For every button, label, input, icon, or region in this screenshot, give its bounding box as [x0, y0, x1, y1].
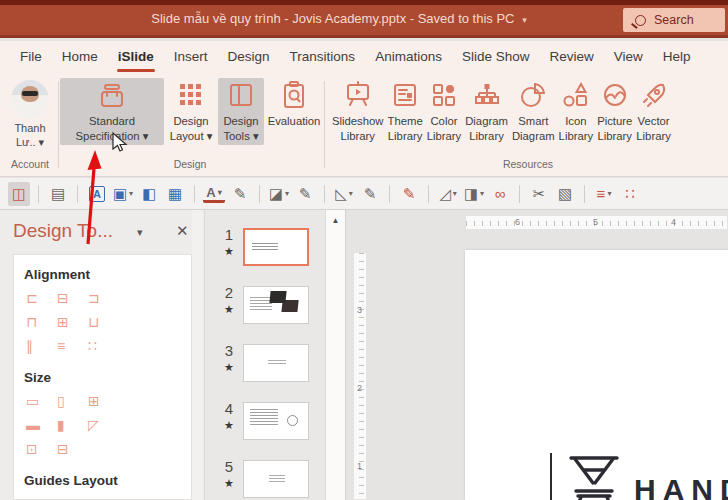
divider[interactable]	[519, 185, 520, 203]
user-avatar[interactable]	[11, 80, 49, 118]
pane-options-caret-icon[interactable]: ▾	[137, 226, 143, 239]
guides-layout-heading: Guides Layout	[24, 473, 191, 488]
slide-canvas[interactable]: HANDI	[465, 250, 728, 500]
theme-color-picker-icon[interactable]: ✎	[398, 182, 420, 206]
account-name-line2[interactable]: Lư.. ▾	[2, 135, 58, 149]
account-name-line1[interactable]: Thanh	[2, 121, 58, 135]
slide-thumbnail[interactable]	[243, 344, 309, 382]
design-group-label: Design	[60, 158, 320, 170]
align-right-icon[interactable]: ⊐	[88, 286, 119, 310]
slide-thumbnail[interactable]	[243, 286, 309, 324]
divider[interactable]	[259, 185, 260, 203]
ruler-number: 3	[357, 305, 362, 315]
replace-picture-icon[interactable]: ▦	[164, 182, 186, 206]
smart-diagram-button[interactable]: Smart Diagram	[510, 78, 557, 145]
ribbon-tab[interactable]: Help	[653, 42, 701, 73]
autosave-caret-icon[interactable]: ▾	[522, 15, 527, 25]
animation-star-icon: ★	[219, 477, 239, 490]
same-size-icon[interactable]: ⊞	[88, 389, 119, 413]
ribbon-tab[interactable]: File	[10, 42, 52, 73]
ribbon-tab[interactable]: Insert	[164, 42, 218, 73]
divider[interactable]	[194, 185, 195, 203]
slide-thumbnail[interactable]	[243, 402, 309, 440]
design-layout-button[interactable]: Design Layout ▾	[166, 78, 216, 145]
pane-scrollbar[interactable]	[192, 210, 203, 500]
link-shapes-icon[interactable]: ∞	[489, 182, 511, 206]
slide-thumbnail[interactable]	[243, 228, 309, 266]
ribbon-group-account: Thanh Lư.. ▾ Account	[2, 78, 58, 172]
ribbon-tab[interactable]: Animations	[365, 42, 452, 73]
align-bottom-icon[interactable]: ⊔	[88, 310, 119, 334]
ribbon-tab[interactable]: Home	[52, 42, 108, 73]
distribute-horizontal-icon[interactable]: ∥	[26, 334, 57, 358]
insert-shape-icon[interactable]: ▣	[112, 182, 134, 206]
align-left-icon[interactable]: ⊏	[26, 286, 57, 310]
copy-format-icon[interactable]: ◨	[463, 182, 485, 206]
compress-picture-icon[interactable]: ▧	[554, 182, 576, 206]
vector-library-icon	[639, 80, 669, 112]
adapt-height-icon[interactable]: ⊟	[57, 437, 88, 461]
adapt-width-icon[interactable]: ⊡	[26, 437, 57, 461]
same-height-icon[interactable]: ▯	[57, 389, 88, 413]
arrange-icon[interactable]: ∷	[88, 334, 119, 358]
fill-color-icon[interactable]: ◪	[268, 182, 290, 206]
format-angle-icon[interactable]: ◿	[437, 182, 459, 206]
design-tools-button[interactable]: Design Tools ▾	[218, 78, 264, 145]
divider[interactable]	[584, 185, 585, 203]
animation-star-icon: ★	[219, 361, 239, 374]
stretch-height-icon[interactable]: ▮	[57, 413, 88, 437]
title-bar: Slide mẫu về quy trình - Jovis Academy.p…	[0, 0, 728, 38]
outline-picker-icon[interactable]: ✎	[359, 182, 381, 206]
logo-text: HANDI	[634, 473, 728, 500]
islide-stack-icon[interactable]: ≡	[593, 182, 615, 206]
distribute-vertical-icon[interactable]: ≡	[57, 334, 88, 358]
thumbnail-scrollbar[interactable]: ▲	[325, 210, 346, 500]
divider[interactable]	[389, 185, 390, 203]
picture-library-button[interactable]: Picture Library	[595, 78, 634, 145]
vector-library-button[interactable]: Vector Library	[634, 78, 673, 145]
divider[interactable]	[428, 185, 429, 203]
slide-thumbnail[interactable]	[243, 460, 309, 498]
islide-design-tools-icon[interactable]: ◫	[8, 182, 30, 206]
ribbon-tab[interactable]: View	[604, 42, 653, 73]
coffee-dripper-logo-icon	[562, 453, 626, 500]
same-width-icon[interactable]: ▭	[26, 389, 57, 413]
ribbon-tab[interactable]: Design	[218, 42, 280, 73]
ribbon-tab[interactable]: Review	[539, 42, 603, 73]
slide-thumbnail-row: 4 ★	[205, 400, 325, 448]
pane-close-icon[interactable]: ✕	[176, 222, 189, 240]
align-top-icon[interactable]: ⊓	[26, 310, 57, 334]
standard-specification-button[interactable]: Standard Specification ▾	[60, 78, 164, 145]
evaluation-button[interactable]: Evaluation	[266, 78, 322, 131]
fill-color-picker-icon[interactable]: ✎	[294, 182, 316, 206]
diagram-library-button[interactable]: Diagram Library	[463, 78, 510, 145]
grid-icon[interactable]: ∷	[619, 182, 641, 206]
crop-icon[interactable]: ✂	[528, 182, 550, 206]
search-box[interactable]: Search	[623, 8, 725, 32]
icon-library-button[interactable]: Icon Library	[557, 78, 596, 145]
font-color-icon[interactable]: A	[203, 184, 225, 203]
divider[interactable]	[324, 185, 325, 203]
stretch-width-icon[interactable]: ▬	[26, 413, 57, 437]
theme-library-button[interactable]: Theme Library	[386, 78, 425, 145]
ribbon-tab[interactable]: Transitions	[280, 42, 366, 73]
ruler-number: 6	[515, 217, 520, 227]
scale-icon[interactable]: ◸	[88, 413, 119, 437]
outline-color-icon[interactable]: ◺	[333, 182, 355, 206]
ribbon-tab[interactable]: Slide Show	[452, 42, 540, 73]
document-title: Slide mẫu về quy trình - Jovis Academy.p…	[60, 11, 618, 26]
color-library-button[interactable]: Color Library	[425, 78, 464, 145]
font-color-picker-icon[interactable]: ✎	[229, 182, 251, 206]
ruler-number: 2	[357, 383, 362, 393]
ribbon-tab[interactable]: iSlide	[108, 42, 164, 73]
ribbon-tab-bar: File Home iSlide Insert Design Transitio…	[0, 41, 728, 73]
merge-shapes-icon[interactable]: ◧	[138, 182, 160, 206]
slideshow-library-button[interactable]: Slideshow Library	[330, 78, 386, 145]
slide-export-icon[interactable]: ▤	[47, 182, 69, 206]
align-center-icon[interactable]: ⊟	[57, 286, 88, 310]
align-middle-icon[interactable]: ⊞	[57, 310, 88, 334]
scroll-up-icon[interactable]: ▲	[326, 216, 345, 225]
divider[interactable]	[77, 185, 78, 203]
divider[interactable]	[38, 185, 39, 203]
textbox-icon[interactable]: A	[89, 186, 105, 202]
